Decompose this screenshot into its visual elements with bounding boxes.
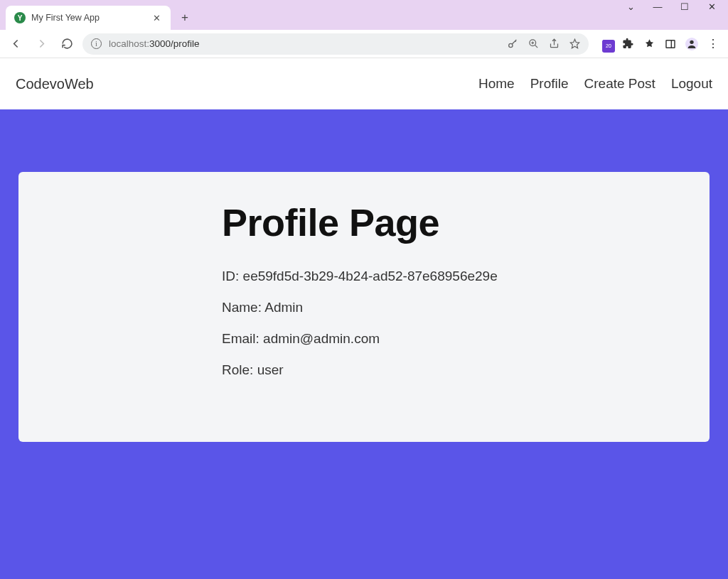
extension-store-icon[interactable]: 20 [600,38,613,50]
profile-avatar-icon[interactable] [685,38,698,50]
reload-button[interactable] [57,34,77,54]
maximize-icon[interactable]: ☐ [680,1,690,11]
profile-role: Role: user [222,362,677,378]
sidepanel-icon[interactable] [664,38,677,50]
svg-point-5 [690,40,693,43]
site-info-icon[interactable]: i [91,38,102,49]
close-window-icon[interactable]: ✕ [707,1,717,11]
profile-card: Profile Page ID: ee59fd5d-3b29-4b24-ad52… [18,172,710,442]
nav-logout[interactable]: Logout [671,76,712,92]
zoom-icon[interactable] [528,38,539,49]
forward-button[interactable] [31,34,51,54]
url-text: localhost:3000/profile [109,38,500,49]
extensions-puzzle-icon[interactable] [621,38,634,50]
nav-links: Home Profile Create Post Logout [478,76,712,92]
hero-section: Profile Page ID: ee59fd5d-3b29-4b24-ad52… [0,109,728,579]
browser-tab-strip: Y My First Yew App ✕ + ⌄ — ☐ ✕ [0,0,728,30]
extension-pin-icon[interactable] [643,38,655,50]
key-icon[interactable] [507,38,518,50]
profile-name: Name: Admin [222,300,677,315]
nav-home[interactable]: Home [478,76,515,92]
browser-toolbar: i localhost:3000/profile 20 [0,30,728,58]
browser-tab[interactable]: Y My First Yew App ✕ [6,6,171,30]
profile-email: Email: admin@admin.com [222,331,677,347]
back-button[interactable] [6,34,26,54]
address-bar[interactable]: i localhost:3000/profile [82,33,589,55]
bookmark-star-icon[interactable] [569,38,580,49]
address-bar-actions [507,38,580,50]
nav-profile[interactable]: Profile [530,76,569,92]
svg-rect-3 [666,40,675,48]
profile-id: ID: ee59fd5d-3b29-4b24-ad52-87e68956e29e [222,269,677,284]
browser-menu-icon[interactable]: ⋮ [707,38,719,50]
nav-create-post[interactable]: Create Post [584,76,655,92]
tab-favicon-icon: Y [14,12,26,23]
minimize-icon[interactable]: — [653,1,663,11]
tab-title: My First Yew App [31,13,145,23]
brand-logo[interactable]: CodevoWeb [16,76,94,92]
page-title: Profile Page [222,200,677,244]
window-controls: ⌄ — ☐ ✕ [626,1,717,11]
tab-close-icon[interactable]: ✕ [151,13,162,23]
chevron-down-icon[interactable]: ⌄ [626,1,636,11]
svg-marker-2 [570,39,579,48]
share-icon[interactable] [549,38,560,49]
svg-point-0 [509,43,513,47]
extension-icons: 20 ⋮ [594,38,722,50]
new-tab-button[interactable]: + [175,8,195,28]
app-navbar: CodevoWeb Home Profile Create Post Logou… [0,58,728,109]
